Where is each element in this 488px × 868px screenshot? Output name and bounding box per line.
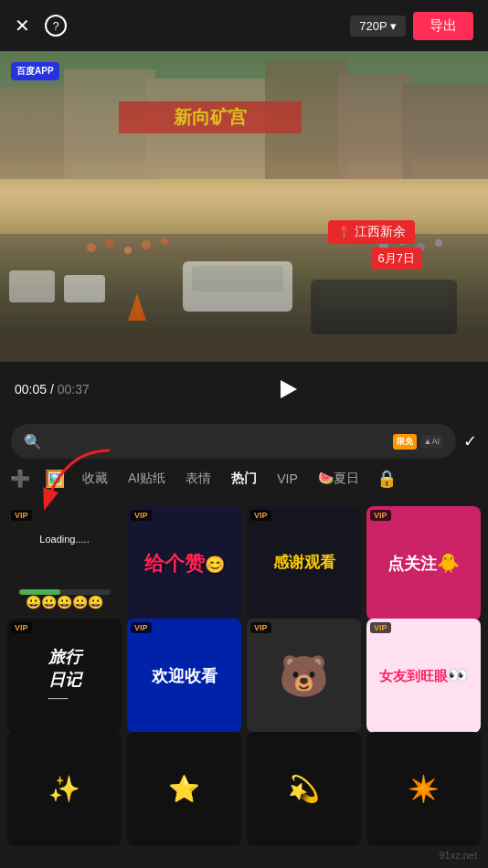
sticker-text: 感谢观看 — [273, 553, 335, 573]
tab-more-icon[interactable]: 🔒 — [370, 462, 403, 495]
location-text: 江西新余 — [355, 224, 406, 240]
sticker-vip-badge: VIP — [131, 622, 152, 633]
category-tabs: ➕ 🖼️ 收藏 AI贴纸 表情 热门 VIP 🍉夏日 🔒 — [0, 459, 488, 499]
location-tag: 📍 江西新余 — [328, 220, 415, 244]
sticker-icon: ✴️ — [408, 774, 440, 804]
search-icon: 🔍 — [24, 433, 42, 450]
export-button[interactable]: 导出 — [413, 12, 473, 40]
watermark: 91xz.net — [439, 850, 477, 861]
loading-text: Loading..... — [39, 534, 89, 545]
svg-rect-13 — [320, 284, 448, 310]
date-tag: 6月7日 — [371, 248, 422, 270]
sticker-vip-badge: VIP — [250, 622, 271, 633]
loading-emojis: 😀😀😀😀😀 — [26, 595, 103, 609]
tab-ai-sticker[interactable]: AI贴纸 — [119, 465, 175, 492]
tab-add-icon[interactable]: ➕ — [4, 462, 37, 495]
sticker-text: 欢迎收看 — [152, 665, 217, 687]
search-badges: 限免 ▲AI — [393, 434, 443, 450]
timeline-area: 00:05 / 00:37 — [0, 362, 488, 417]
sticker-sparkle-2[interactable]: ⭐ — [127, 732, 241, 846]
tab-vip[interactable]: VIP — [268, 466, 307, 492]
help-button[interactable]: ? — [45, 15, 67, 37]
sticker-content: 旅行日记—— — [7, 619, 122, 733]
svg-rect-5 — [338, 74, 411, 179]
top-left-controls: ✕ ? — [15, 15, 67, 37]
sticker-icon: ✨ — [48, 774, 80, 804]
svg-point-19 — [142, 240, 151, 249]
sticker-bear[interactable]: VIP 🐻 — [247, 619, 361, 733]
sticker-vip-badge: VIP — [11, 510, 32, 521]
video-area: 新向矿宫 百度APP 📍 江西新余 6月7日 — [0, 51, 488, 362]
sticker-vip-badge: VIP — [370, 622, 391, 633]
svg-point-16 — [87, 243, 96, 252]
tab-favorites[interactable]: 收藏 — [73, 465, 117, 492]
sticker-content: 欢迎收看 — [127, 619, 241, 733]
sticker-like[interactable]: VIP 给个赞😊 — [127, 506, 241, 620]
tab-sticker-icon[interactable]: 🖼️ — [38, 462, 71, 495]
sticker-sparkle-1[interactable]: ✨ — [7, 732, 122, 846]
sticker-content: ✴️ — [366, 732, 481, 846]
ai-badge: ▲AI — [420, 435, 443, 448]
sticker-content: 感谢观看 — [247, 506, 361, 620]
svg-rect-11 — [192, 266, 283, 291]
tab-expression[interactable]: 表情 — [176, 465, 220, 492]
sticker-follow[interactable]: VIP 点关注🐥 — [366, 506, 481, 620]
tab-hot[interactable]: 热门 — [222, 465, 266, 492]
sticker-text: 旅行日记—— — [48, 646, 81, 706]
sticker-loading[interactable]: VIP Loading..... 😀😀😀😀😀 — [7, 506, 122, 620]
sticker-thanks[interactable]: VIP 感谢观看 — [247, 506, 361, 620]
video-overlay-svg: 新向矿宫 — [0, 51, 488, 362]
sticker-icon: ⭐ — [168, 774, 200, 804]
sticker-content: ✨ — [7, 732, 122, 846]
svg-point-18 — [124, 247, 132, 254]
sticker-text: 点关注🐥 — [387, 552, 460, 575]
svg-text:新向矿宫: 新向矿宫 — [174, 107, 247, 127]
current-time: 00:05 — [15, 382, 47, 397]
sticker-welcome[interactable]: VIP 欢迎收看 — [127, 619, 241, 733]
sticker-content: 🐻 — [247, 619, 361, 733]
svg-point-17 — [105, 238, 114, 248]
sticker-content: 点关注🐥 — [366, 506, 481, 620]
sticker-content: ⭐ — [127, 732, 241, 846]
total-time: 00:37 — [58, 382, 90, 397]
svg-rect-14 — [9, 270, 55, 302]
svg-point-20 — [161, 238, 168, 245]
sticker-text: 女友到旺眼👀 — [379, 665, 468, 686]
quality-button[interactable]: 720P ▾ — [350, 16, 406, 37]
svg-rect-1 — [0, 88, 73, 179]
sticker-content: 女友到旺眼👀 — [366, 619, 481, 733]
sticker-content: 给个赞😊 — [127, 506, 241, 620]
confirm-button[interactable]: ✓ — [463, 431, 477, 451]
time-separator: / — [47, 382, 58, 397]
location-pin-icon: 📍 — [337, 226, 351, 238]
sticker-icon: 💫 — [288, 774, 320, 804]
svg-rect-6 — [402, 83, 488, 179]
play-icon — [281, 380, 297, 398]
svg-point-24 — [435, 239, 442, 247]
baidu-logo: 百度APP — [11, 62, 59, 80]
sticker-vip-badge: VIP — [370, 510, 391, 521]
sticker-vip-badge: VIP — [250, 510, 271, 521]
sticker-vip-badge: VIP — [131, 510, 152, 521]
vip-free-badge: 限免 — [393, 434, 417, 450]
close-button[interactable]: ✕ — [15, 15, 30, 37]
tab-summer[interactable]: 🍉夏日 — [309, 465, 368, 492]
top-bar: ✕ ? 720P ▾ 导出 — [0, 0, 488, 51]
sticker-text: 给个赞😊 — [144, 550, 225, 577]
sticker-emoji: 🐻 — [279, 652, 329, 700]
top-right-controls: 720P ▾ 导出 — [350, 12, 473, 40]
sticker-girlfriend[interactable]: VIP 女友到旺眼👀 — [366, 619, 481, 733]
play-button[interactable] — [271, 373, 303, 406]
sticker-content: 💫 — [247, 732, 361, 846]
sticker-travel[interactable]: VIP 旅行日记—— — [7, 619, 122, 733]
search-input[interactable] — [49, 434, 386, 449]
sticker-sparkle-3[interactable]: 💫 — [247, 732, 361, 846]
sticker-sparkle-4[interactable]: ✴️ — [366, 732, 481, 846]
stickers-grid: VIP Loading..... 😀😀😀😀😀 VIP 给个赞😊 VIP 感谢观看… — [0, 499, 488, 846]
sticker-vip-badge: VIP — [11, 622, 32, 633]
search-box[interactable]: 🔍 限免 ▲AI — [11, 424, 456, 459]
time-display: 00:05 / 00:37 — [15, 382, 90, 397]
svg-rect-15 — [64, 275, 105, 302]
